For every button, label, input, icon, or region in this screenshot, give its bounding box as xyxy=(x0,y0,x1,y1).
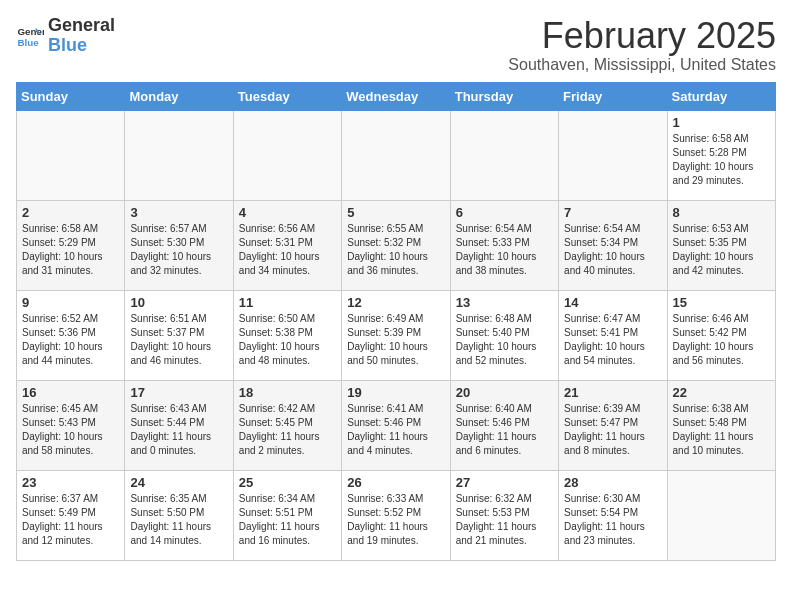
calendar-header-day: Friday xyxy=(559,82,667,110)
day-info: Sunrise: 6:51 AM Sunset: 5:37 PM Dayligh… xyxy=(130,312,227,368)
calendar-cell xyxy=(450,110,558,200)
calendar-cell: 23Sunrise: 6:37 AM Sunset: 5:49 PM Dayli… xyxy=(17,470,125,560)
calendar-week-row: 2Sunrise: 6:58 AM Sunset: 5:29 PM Daylig… xyxy=(17,200,776,290)
calendar-header-day: Saturday xyxy=(667,82,775,110)
calendar-cell: 21Sunrise: 6:39 AM Sunset: 5:47 PM Dayli… xyxy=(559,380,667,470)
logo-text: GeneralBlue xyxy=(48,16,115,56)
day-number: 23 xyxy=(22,475,119,490)
day-info: Sunrise: 6:42 AM Sunset: 5:45 PM Dayligh… xyxy=(239,402,336,458)
day-number: 6 xyxy=(456,205,553,220)
day-info: Sunrise: 6:49 AM Sunset: 5:39 PM Dayligh… xyxy=(347,312,444,368)
calendar-header-day: Wednesday xyxy=(342,82,450,110)
calendar-cell: 15Sunrise: 6:46 AM Sunset: 5:42 PM Dayli… xyxy=(667,290,775,380)
calendar-header-day: Monday xyxy=(125,82,233,110)
calendar-week-row: 16Sunrise: 6:45 AM Sunset: 5:43 PM Dayli… xyxy=(17,380,776,470)
calendar-cell: 17Sunrise: 6:43 AM Sunset: 5:44 PM Dayli… xyxy=(125,380,233,470)
calendar-cell: 12Sunrise: 6:49 AM Sunset: 5:39 PM Dayli… xyxy=(342,290,450,380)
day-number: 17 xyxy=(130,385,227,400)
calendar-week-row: 23Sunrise: 6:37 AM Sunset: 5:49 PM Dayli… xyxy=(17,470,776,560)
calendar-cell xyxy=(342,110,450,200)
day-info: Sunrise: 6:50 AM Sunset: 5:38 PM Dayligh… xyxy=(239,312,336,368)
day-info: Sunrise: 6:55 AM Sunset: 5:32 PM Dayligh… xyxy=(347,222,444,278)
day-number: 25 xyxy=(239,475,336,490)
calendar-header-day: Tuesday xyxy=(233,82,341,110)
day-info: Sunrise: 6:39 AM Sunset: 5:47 PM Dayligh… xyxy=(564,402,661,458)
calendar-cell: 18Sunrise: 6:42 AM Sunset: 5:45 PM Dayli… xyxy=(233,380,341,470)
day-number: 1 xyxy=(673,115,770,130)
calendar-cell: 14Sunrise: 6:47 AM Sunset: 5:41 PM Dayli… xyxy=(559,290,667,380)
calendar-cell: 27Sunrise: 6:32 AM Sunset: 5:53 PM Dayli… xyxy=(450,470,558,560)
calendar-cell: 11Sunrise: 6:50 AM Sunset: 5:38 PM Dayli… xyxy=(233,290,341,380)
day-number: 12 xyxy=(347,295,444,310)
calendar-table: SundayMondayTuesdayWednesdayThursdayFrid… xyxy=(16,82,776,561)
calendar-week-row: 1Sunrise: 6:58 AM Sunset: 5:28 PM Daylig… xyxy=(17,110,776,200)
day-info: Sunrise: 6:34 AM Sunset: 5:51 PM Dayligh… xyxy=(239,492,336,548)
calendar-cell xyxy=(667,470,775,560)
day-number: 5 xyxy=(347,205,444,220)
day-number: 10 xyxy=(130,295,227,310)
calendar-header-day: Sunday xyxy=(17,82,125,110)
day-number: 15 xyxy=(673,295,770,310)
location: Southaven, Mississippi, United States xyxy=(508,56,776,74)
day-number: 18 xyxy=(239,385,336,400)
day-number: 14 xyxy=(564,295,661,310)
calendar-cell: 19Sunrise: 6:41 AM Sunset: 5:46 PM Dayli… xyxy=(342,380,450,470)
calendar-cell: 8Sunrise: 6:53 AM Sunset: 5:35 PM Daylig… xyxy=(667,200,775,290)
day-info: Sunrise: 6:57 AM Sunset: 5:30 PM Dayligh… xyxy=(130,222,227,278)
calendar-cell: 25Sunrise: 6:34 AM Sunset: 5:51 PM Dayli… xyxy=(233,470,341,560)
day-info: Sunrise: 6:41 AM Sunset: 5:46 PM Dayligh… xyxy=(347,402,444,458)
day-info: Sunrise: 6:30 AM Sunset: 5:54 PM Dayligh… xyxy=(564,492,661,548)
day-info: Sunrise: 6:48 AM Sunset: 5:40 PM Dayligh… xyxy=(456,312,553,368)
calendar-cell: 6Sunrise: 6:54 AM Sunset: 5:33 PM Daylig… xyxy=(450,200,558,290)
day-info: Sunrise: 6:33 AM Sunset: 5:52 PM Dayligh… xyxy=(347,492,444,548)
calendar-cell: 20Sunrise: 6:40 AM Sunset: 5:46 PM Dayli… xyxy=(450,380,558,470)
calendar-header-row: SundayMondayTuesdayWednesdayThursdayFrid… xyxy=(17,82,776,110)
day-info: Sunrise: 6:53 AM Sunset: 5:35 PM Dayligh… xyxy=(673,222,770,278)
day-number: 13 xyxy=(456,295,553,310)
calendar-cell xyxy=(559,110,667,200)
calendar-cell: 26Sunrise: 6:33 AM Sunset: 5:52 PM Dayli… xyxy=(342,470,450,560)
calendar-cell: 7Sunrise: 6:54 AM Sunset: 5:34 PM Daylig… xyxy=(559,200,667,290)
day-number: 11 xyxy=(239,295,336,310)
day-info: Sunrise: 6:47 AM Sunset: 5:41 PM Dayligh… xyxy=(564,312,661,368)
day-info: Sunrise: 6:56 AM Sunset: 5:31 PM Dayligh… xyxy=(239,222,336,278)
day-number: 21 xyxy=(564,385,661,400)
day-info: Sunrise: 6:35 AM Sunset: 5:50 PM Dayligh… xyxy=(130,492,227,548)
calendar-cell: 5Sunrise: 6:55 AM Sunset: 5:32 PM Daylig… xyxy=(342,200,450,290)
day-number: 20 xyxy=(456,385,553,400)
svg-text:General: General xyxy=(17,25,44,36)
day-info: Sunrise: 6:43 AM Sunset: 5:44 PM Dayligh… xyxy=(130,402,227,458)
calendar-week-row: 9Sunrise: 6:52 AM Sunset: 5:36 PM Daylig… xyxy=(17,290,776,380)
calendar-cell xyxy=(233,110,341,200)
day-number: 28 xyxy=(564,475,661,490)
day-info: Sunrise: 6:52 AM Sunset: 5:36 PM Dayligh… xyxy=(22,312,119,368)
day-info: Sunrise: 6:32 AM Sunset: 5:53 PM Dayligh… xyxy=(456,492,553,548)
month-title: February 2025 xyxy=(508,16,776,56)
calendar-cell: 28Sunrise: 6:30 AM Sunset: 5:54 PM Dayli… xyxy=(559,470,667,560)
day-number: 3 xyxy=(130,205,227,220)
day-number: 27 xyxy=(456,475,553,490)
day-number: 8 xyxy=(673,205,770,220)
calendar-cell: 2Sunrise: 6:58 AM Sunset: 5:29 PM Daylig… xyxy=(17,200,125,290)
day-info: Sunrise: 6:38 AM Sunset: 5:48 PM Dayligh… xyxy=(673,402,770,458)
day-info: Sunrise: 6:54 AM Sunset: 5:34 PM Dayligh… xyxy=(564,222,661,278)
page-header: General Blue GeneralBlue February 2025 S… xyxy=(16,16,776,74)
day-number: 19 xyxy=(347,385,444,400)
calendar-cell: 13Sunrise: 6:48 AM Sunset: 5:40 PM Dayli… xyxy=(450,290,558,380)
calendar-cell: 9Sunrise: 6:52 AM Sunset: 5:36 PM Daylig… xyxy=(17,290,125,380)
calendar-cell: 3Sunrise: 6:57 AM Sunset: 5:30 PM Daylig… xyxy=(125,200,233,290)
logo: General Blue GeneralBlue xyxy=(16,16,115,56)
svg-text:Blue: Blue xyxy=(17,37,39,48)
calendar-cell: 24Sunrise: 6:35 AM Sunset: 5:50 PM Dayli… xyxy=(125,470,233,560)
day-number: 9 xyxy=(22,295,119,310)
logo-icon: General Blue xyxy=(16,22,44,50)
day-info: Sunrise: 6:58 AM Sunset: 5:28 PM Dayligh… xyxy=(673,132,770,188)
calendar-cell: 22Sunrise: 6:38 AM Sunset: 5:48 PM Dayli… xyxy=(667,380,775,470)
day-number: 16 xyxy=(22,385,119,400)
calendar-cell: 1Sunrise: 6:58 AM Sunset: 5:28 PM Daylig… xyxy=(667,110,775,200)
day-number: 22 xyxy=(673,385,770,400)
calendar-header-day: Thursday xyxy=(450,82,558,110)
day-number: 7 xyxy=(564,205,661,220)
day-number: 2 xyxy=(22,205,119,220)
calendar-cell xyxy=(125,110,233,200)
